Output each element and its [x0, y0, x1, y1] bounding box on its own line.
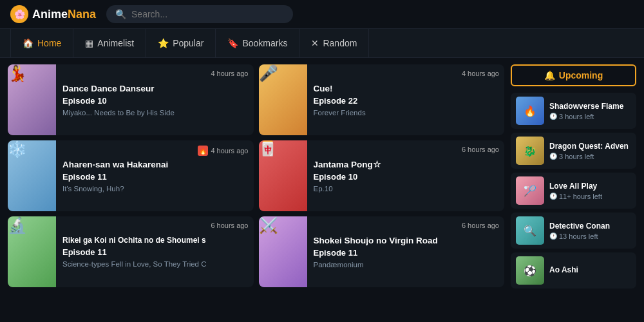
nav-item-animelist[interactable]: ▦ Animelist	[73, 29, 146, 57]
search-input[interactable]	[131, 9, 284, 19]
nav-label-home: Home	[37, 38, 61, 48]
upcoming-item-love[interactable]: 🏸 Love All Play 🕐 11+ hours left	[511, 173, 636, 209]
home-icon: 🏠	[23, 38, 33, 48]
nav-label-popular: Popular	[173, 38, 204, 48]
thumb-dance: 💃	[8, 64, 56, 135]
logo-nana: Nana	[68, 8, 96, 21]
card-episode-shokei: Episode 11	[314, 248, 498, 258]
upcoming-item-dragon[interactable]: 🐉 Dragon Quest: Adven 🕐 3 hours left	[511, 133, 636, 169]
upcoming-timeleft-detective: 13 hours left	[559, 232, 598, 240]
cards-row-1: 💃 Dance Dance Danseur Episode 10 Miyako.…	[8, 64, 504, 135]
thumb-aharen: ❄️	[8, 140, 56, 211]
upcoming-item-detective[interactable]: 🔍 Detective Conan 🕐 13 hours left	[511, 213, 636, 249]
card-title-shokei: Shokei Shoujo no Virgin Road	[314, 235, 498, 247]
clock-icon-2: 🕐	[549, 153, 557, 160]
clock-icon: 🕐	[549, 113, 557, 120]
upcoming-info-dragon: Dragon Quest: Adven 🕐 3 hours left	[549, 142, 631, 160]
upcoming-item-shadowverse[interactable]: 🔥 Shadowverse Flame 🕐 3 hours left	[511, 93, 636, 129]
card-subtitle-shokei: Pandæmonium	[314, 261, 498, 269]
main-nav: 🏠 Home ▦ Animelist ⭐ Popular 🔖 Bookmarks…	[0, 29, 644, 58]
card-aharen[interactable]: ❄️ Aharen-san wa Hakarenai Episode 11 It…	[8, 140, 254, 211]
card-episode-cue: Episode 22	[314, 96, 498, 106]
search-icon: 🔍	[115, 9, 126, 19]
upcoming-timeleft-love: 11+ hours left	[559, 193, 602, 200]
upcoming-time-shadowverse: 🕐 3 hours left	[549, 113, 631, 120]
random-icon: ✕	[311, 38, 319, 48]
card-time-shokei: 6 hours ago	[462, 222, 499, 229]
bell-icon: 🔔	[544, 70, 555, 80]
upcoming-time-dragon: 🕐 3 hours left	[549, 153, 631, 160]
card-title-cue: Cue!	[314, 83, 498, 95]
card-episode-rikei: Episode 11	[62, 247, 247, 257]
upcoming-info-detective: Detective Conan 🕐 13 hours left	[549, 222, 631, 240]
thumb-mahjong: 🀄	[259, 140, 307, 211]
card-rikei[interactable]: 🔬 Rikei ga Koi ni Ochita no de Shoumei s…	[8, 216, 254, 287]
clock-icon-4: 🕐	[549, 232, 557, 240]
card-title-rikei: Rikei ga Koi ni Ochita no de Shoumei s	[62, 236, 247, 246]
logo-anime: Anime	[32, 8, 68, 21]
card-time-cue: 4 hours ago	[462, 70, 499, 77]
clock-icon-3: 🕐	[549, 193, 557, 200]
card-time-rikei: 6 hours ago	[211, 222, 248, 229]
card-episode-mahjong: Episode 10	[314, 172, 498, 182]
card-cue[interactable]: 🎤 Cue! Episode 22 Forever Friends 4 hour…	[259, 64, 505, 135]
upcoming-item-ao[interactable]: ⚽ Ao Ashi	[511, 252, 636, 289]
upcoming-time-detective: 🕐 13 hours left	[549, 232, 631, 240]
upcoming-title-love: Love All Play	[549, 182, 631, 191]
card-mahjong[interactable]: 🀄 Jantama Pong☆ Episode 10 Ep.10 6 hours…	[259, 140, 505, 211]
card-title-mahjong: Jantama Pong☆	[314, 159, 498, 171]
upcoming-info-love: Love All Play 🕐 11+ hours left	[549, 182, 631, 200]
bookmark-icon: 🔖	[227, 38, 238, 48]
star-icon: ⭐	[158, 38, 169, 48]
upcoming-title-shadowverse: Shadowverse Flame	[549, 102, 631, 111]
hot-badge-aharen: 🔥 4 hours ago	[198, 146, 248, 156]
card-subtitle-mahjong: Ep.10	[314, 185, 498, 193]
upcoming-button[interactable]: 🔔 Upcoming	[511, 64, 636, 86]
nav-item-home[interactable]: 🏠 Home	[10, 29, 73, 57]
animelist-icon: ▦	[85, 38, 93, 48]
upcoming-label: Upcoming	[559, 70, 603, 80]
card-subtitle-dance: Miyako... Needs to Be by His Side	[62, 109, 247, 117]
fire-icon: 🔥	[198, 146, 208, 156]
card-time-dance: 4 hours ago	[211, 70, 248, 77]
cards-row-3: 🔬 Rikei ga Koi ni Ochita no de Shoumei s…	[8, 216, 504, 287]
cards-section: 💃 Dance Dance Danseur Episode 10 Miyako.…	[8, 64, 504, 313]
card-title-aharen: Aharen-san wa Hakarenai	[62, 159, 247, 171]
upcoming-thumb-detective: 🔍	[516, 216, 544, 245]
card-episode-dance: Episode 10	[62, 96, 247, 106]
nav-label-animelist: Animelist	[97, 38, 134, 48]
upcoming-info-shadowverse: Shadowverse Flame 🕐 3 hours left	[549, 102, 631, 120]
card-dance[interactable]: 💃 Dance Dance Danseur Episode 10 Miyako.…	[8, 64, 254, 135]
card-shokei[interactable]: ⚔️ Shokei Shoujo no Virgin Road Episode …	[259, 216, 505, 287]
upcoming-thumb-dragon: 🐉	[516, 137, 544, 165]
nav-item-random[interactable]: ✕ Random	[299, 29, 369, 57]
header: 🌸 AnimeNana 🔍	[0, 0, 644, 29]
nav-label-random: Random	[323, 38, 357, 48]
upcoming-time-love: 🕐 11+ hours left	[549, 193, 631, 200]
card-title-dance: Dance Dance Danseur	[62, 83, 247, 95]
card-time-aharen: 4 hours ago	[211, 147, 248, 155]
logo: 🌸 AnimeNana	[10, 5, 96, 23]
card-time-mahjong: 6 hours ago	[462, 146, 499, 153]
nav-label-bookmarks: Bookmarks	[242, 38, 287, 48]
upcoming-sidebar: 🔔 Upcoming 🔥 Shadowverse Flame 🕐 3 hours…	[511, 64, 636, 313]
upcoming-info-ao: Ao Ashi	[549, 265, 631, 276]
nav-item-bookmarks[interactable]: 🔖 Bookmarks	[216, 29, 299, 57]
card-subtitle-cue: Forever Friends	[314, 109, 498, 117]
nav-item-popular[interactable]: ⭐ Popular	[146, 29, 216, 57]
upcoming-title-detective: Detective Conan	[549, 222, 631, 231]
thumb-rikei: 🔬	[8, 216, 56, 287]
upcoming-thumb-ao: ⚽	[516, 256, 544, 285]
search-bar[interactable]: 🔍	[106, 5, 293, 23]
thumb-shokei: ⚔️	[259, 216, 307, 287]
card-subtitle-aharen: It's Snowing, Huh?	[62, 185, 247, 193]
upcoming-timeleft-dragon: 3 hours left	[559, 153, 594, 160]
upcoming-timeleft-shadowverse: 3 hours left	[559, 113, 594, 120]
thumb-cue: 🎤	[259, 64, 307, 135]
upcoming-thumb-shadowverse: 🔥	[516, 97, 544, 125]
main-content: 💃 Dance Dance Danseur Episode 10 Miyako.…	[0, 58, 644, 319]
upcoming-thumb-love: 🏸	[516, 176, 544, 205]
upcoming-title-dragon: Dragon Quest: Adven	[549, 142, 631, 151]
logo-text: AnimeNana	[32, 8, 96, 21]
cards-row-2: ❄️ Aharen-san wa Hakarenai Episode 11 It…	[8, 140, 504, 211]
